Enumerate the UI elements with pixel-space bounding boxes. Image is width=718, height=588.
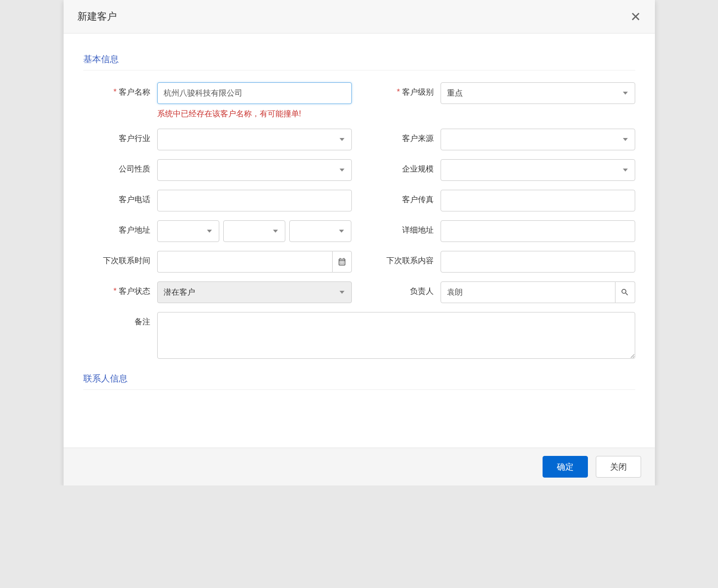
close-button[interactable]: 关闭 [596, 456, 641, 478]
address-district-select[interactable] [289, 220, 351, 242]
label-customer-status: *客户状态 [83, 281, 157, 297]
new-customer-dialog: 新建客户 ✕ 基本信息 *客户名称 系统中已经存在该客户名称，有可能撞单! *客… [64, 0, 655, 485]
customer-industry-select[interactable] [157, 129, 352, 150]
label-customer-name: *客户名称 [83, 82, 157, 98]
address-city-select[interactable] [223, 220, 285, 242]
dialog-body: 基本信息 *客户名称 系统中已经存在该客户名称，有可能撞单! *客户级别 重点 [64, 34, 655, 448]
chevron-down-icon [623, 92, 628, 95]
label-next-contact-time: 下次联系时间 [83, 251, 157, 266]
chevron-down-icon [273, 230, 278, 233]
customer-name-input[interactable] [157, 82, 352, 104]
next-contact-time-input[interactable] [157, 251, 332, 273]
detail-address-input[interactable] [441, 220, 635, 242]
search-icon [620, 288, 629, 297]
company-scale-select[interactable] [441, 159, 635, 181]
calendar-icon[interactable] [332, 251, 352, 273]
address-province-select[interactable] [157, 220, 219, 242]
customer-level-select[interactable]: 重点 [441, 82, 635, 104]
label-remark: 备注 [83, 312, 157, 327]
chevron-down-icon [340, 169, 344, 172]
label-next-contact-content: 下次联系内容 [367, 251, 441, 266]
company-nature-select[interactable] [157, 159, 352, 181]
chevron-down-icon [207, 230, 212, 233]
customer-status-select[interactable]: 潜在客户 [157, 281, 352, 303]
label-company-nature: 公司性质 [83, 159, 157, 174]
label-customer-industry: 客户行业 [83, 129, 157, 144]
chevron-down-icon [623, 169, 628, 172]
section-contact-info: 联系人信息 [83, 373, 635, 390]
customer-phone-input[interactable] [157, 190, 352, 211]
label-customer-level: *客户级别 [367, 82, 441, 98]
confirm-button[interactable]: 确定 [543, 456, 588, 478]
label-customer-source: 客户来源 [367, 129, 441, 144]
label-detail-address: 详细地址 [367, 220, 441, 236]
owner-input[interactable] [441, 281, 616, 303]
dialog-footer: 确定 关闭 [64, 448, 655, 485]
label-customer-fax: 客户传真 [367, 190, 441, 205]
chevron-down-icon [339, 230, 344, 233]
next-contact-content-input[interactable] [441, 251, 635, 273]
customer-source-select[interactable] [441, 129, 635, 150]
label-customer-phone: 客户电话 [83, 190, 157, 205]
chevron-down-icon [340, 138, 344, 141]
customer-name-warning: 系统中已经存在该客户名称，有可能撞单! [157, 108, 320, 120]
label-customer-address: 客户地址 [83, 220, 157, 236]
remark-textarea[interactable] [157, 312, 635, 359]
chevron-down-icon [623, 138, 628, 141]
dialog-title: 新建客户 [77, 10, 117, 23]
close-icon[interactable]: ✕ [630, 10, 641, 23]
owner-search-button[interactable] [615, 281, 635, 303]
label-company-scale: 企业规模 [367, 159, 441, 174]
chevron-down-icon [340, 291, 344, 294]
label-owner: 负责人 [367, 281, 441, 297]
customer-fax-input[interactable] [441, 190, 635, 211]
dialog-header: 新建客户 ✕ [64, 0, 655, 34]
section-basic-info: 基本信息 [83, 53, 635, 70]
